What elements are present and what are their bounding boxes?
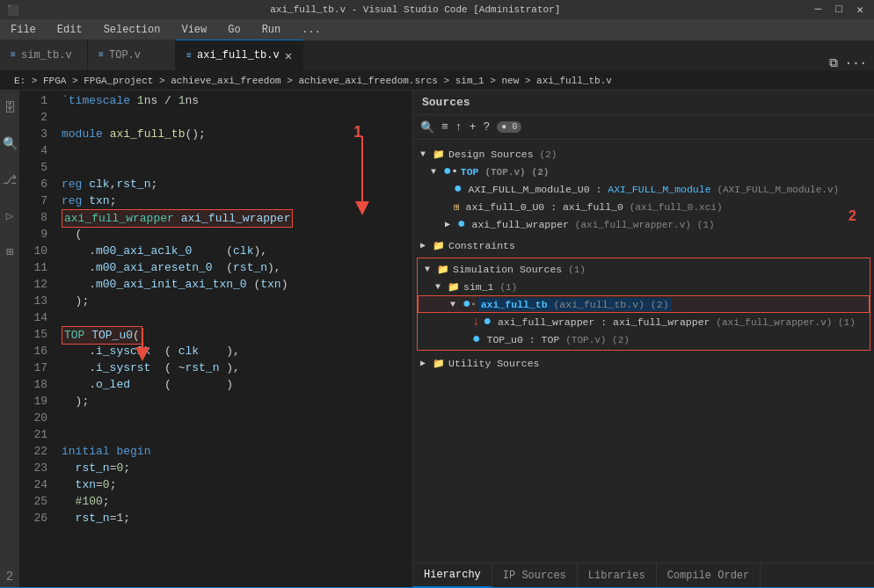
extensions-icon[interactable]: ⊞ <box>3 241 17 263</box>
tab-icon-sim-tb: ≡ <box>11 50 16 60</box>
constraints-label: Constraints <box>448 240 515 251</box>
code-line-24: txn=0; <box>62 476 412 493</box>
menu-go[interactable]: Go <box>224 22 244 38</box>
code-line-25: #100; <box>62 493 412 510</box>
code-line-22: initial begin <box>62 443 412 460</box>
sources-up-icon[interactable]: ↑ <box>455 120 462 134</box>
code-line-16: .i_sysclk ( clk ), <box>62 343 412 359</box>
annotation-2: 2 <box>849 208 856 224</box>
axi-full-wrapper-sim-dot: ● <box>483 315 492 329</box>
sources-badge: ● 0 <box>497 121 521 133</box>
breadcrumb: E: > FPGA > FPGA_project > achieve_axi_f… <box>0 71 874 91</box>
line-numbers: 12345 678910 1112131415 1617181920 21222… <box>19 91 55 587</box>
tab-bar: ≡ sim_tb.v ≡ TOP.v ≡ axi_full_tb.v ✕ ⧉ ·… <box>0 40 874 71</box>
code-line-14 <box>62 309 412 326</box>
sources-toolbar: 🔍 ≡ ↑ + ? ● 0 <box>413 115 874 140</box>
axi-full-tb-row[interactable]: ▼ ● ▪ axi_full_tb (axi_full_tb.v) (2) <box>418 295 870 313</box>
utility-sources-section: ▶ 📁 Utility Sources <box>413 352 874 374</box>
simulation-sources-section: ▼ 📁 Simulation Sources (1) ▼ 📁 sim_1 (1) <box>418 258 870 350</box>
axi-full-0-icon: ⊞ <box>454 201 460 213</box>
code-line-15: TOP TOP_u0( <box>62 326 412 343</box>
split-editor-icon[interactable]: ⧉ <box>829 56 838 70</box>
sources-tree: ▼ 📁 Design Sources (2) ▼ ● ▪ TOP (TOP.v)… <box>413 140 874 563</box>
utility-sources-label: Utility Sources <box>448 358 540 369</box>
tab-ip-sources[interactable]: IP Sources <box>492 563 578 588</box>
code-line-9: ( <box>62 226 412 243</box>
more-actions-icon[interactable]: ··· <box>845 56 867 70</box>
maximize-button[interactable]: □ <box>832 3 846 17</box>
badge-2: 2 <box>3 566 17 587</box>
title-bar-left: ⬛ <box>7 4 19 16</box>
sources-help-icon[interactable]: ? <box>483 120 490 134</box>
close-button[interactable]: ✕ <box>853 3 867 17</box>
top-u0-label: TOP_u0 : TOP (TOP.v) (2) <box>481 334 630 345</box>
sim1-folder-icon: 📁 <box>448 281 460 293</box>
sim1-row[interactable]: ▼ 📁 sim_1 (1) <box>418 278 870 295</box>
design-sources-section: ▼ 📁 Design Sources (2) ▼ ● ▪ TOP (TOP.v)… <box>413 143 874 235</box>
red-box-line15: TOP TOP_u0( <box>62 326 142 345</box>
menu-file[interactable]: File <box>7 22 40 38</box>
top-u0-row[interactable]: ● TOP_u0 : TOP (TOP.v) (2) <box>418 330 870 348</box>
tab-compile-order[interactable]: Compile Order <box>657 563 761 588</box>
axi-full-wrapper-design-arrow: ▶ <box>445 219 454 229</box>
title-bar: ⬛ axi_full_tb.v - Visual Studio Code [Ad… <box>0 0 874 19</box>
menu-selection[interactable]: Selection <box>100 22 164 38</box>
activity-bar: 🗄 🔍 ⎇ ▷ ⊞ 2 <box>0 91 19 587</box>
sources-add-icon[interactable]: + <box>470 120 477 134</box>
minimize-button[interactable]: ─ <box>812 3 826 17</box>
constraints-arrow: ▶ <box>420 240 429 250</box>
axi-full-tb-arrow: ▼ <box>450 300 459 309</box>
menu-edit[interactable]: Edit <box>54 22 86 38</box>
sources-search-icon[interactable]: 🔍 <box>420 120 434 134</box>
utility-sources-folder-icon: 📁 <box>433 358 445 369</box>
top-label: TOP (TOP.v) (2) <box>461 166 550 178</box>
menu-more[interactable]: ... <box>298 22 324 38</box>
axi-full-wrapper-design-row[interactable]: ▶ ● axi_full_wrapper (axi_full_wrapper.v… <box>413 215 874 233</box>
axi-full-wrapper-design-dot: ● <box>457 217 466 231</box>
annotation-1: 1 <box>353 124 362 141</box>
sources-filter-icon[interactable]: ≡ <box>441 120 448 134</box>
design-sources-label: Design Sources (2) <box>448 149 557 160</box>
axi-full-m-label: AXI_FULL_M_module_U0 : AXI_FULL_M_module… <box>462 184 840 195</box>
top-row[interactable]: ▼ ● ▪ TOP (TOP.v) (2) <box>413 163 874 180</box>
code-line-21 <box>62 426 412 443</box>
constraints-row[interactable]: ▶ 📁 Constraints <box>413 236 874 254</box>
code-line-19: ); <box>62 393 412 410</box>
explorer-icon[interactable]: 🗄 <box>0 98 19 119</box>
tab-top[interactable]: ≡ TOP.v <box>88 40 176 70</box>
tab-icon-top: ≡ <box>98 50 104 60</box>
tab-libraries[interactable]: Libraries <box>578 563 657 588</box>
utility-sources-row[interactable]: ▶ 📁 Utility Sources <box>413 354 874 372</box>
axi-full-wrapper-sim-label: axi_full_wrapper : axi_full_wrapper (axi… <box>492 316 856 328</box>
breadcrumb-text: E: > FPGA > FPGA_project > achieve_axi_f… <box>14 76 612 86</box>
axi-full-0-label: axi_full_0_U0 : axi_full_0 (axi_full_0.x… <box>460 201 723 213</box>
axi-full-wrapper-sim-row[interactable]: ↓ ● axi_full_wrapper : axi_full_wrapper … <box>418 313 870 330</box>
sources-bottom-tabs: Hierarchy IP Sources Libraries Compile O… <box>413 563 874 587</box>
simulation-sources-row[interactable]: ▼ 📁 Simulation Sources (1) <box>418 260 870 278</box>
scm-icon[interactable]: ⎇ <box>0 169 20 191</box>
red-down-arrow-icon: ↓ <box>472 315 479 329</box>
tab-axi-full-tb[interactable]: ≡ axi_full_tb.v ✕ <box>176 40 303 70</box>
constraints-folder-icon: 📁 <box>433 240 445 251</box>
design-sources-row[interactable]: ▼ 📁 Design Sources (2) <box>413 145 874 163</box>
title-bar-title: axi_full_tb.v - Visual Studio Code [Admi… <box>19 4 812 15</box>
design-sources-folder-icon: 📁 <box>433 149 445 160</box>
debug-icon[interactable]: ▷ <box>3 205 17 227</box>
axi-full-m-row[interactable]: ● AXI_FULL_M_module_U0 : AXI_FULL_M_modu… <box>413 180 874 198</box>
axi-full-0-row[interactable]: ⊞ axi_full_0_U0 : axi_full_0 (axi_full_0… <box>413 198 874 215</box>
simulation-sources-folder-icon: 📁 <box>437 264 449 275</box>
main-layout: 🗄 🔍 ⎇ ▷ ⊞ 2 12345 678910 1112131415 1617… <box>0 91 874 587</box>
axi-full-tb-label: axi_full_tb (axi_full_tb.v) (2) <box>478 298 672 311</box>
simulation-sources-label: Simulation Sources (1) <box>453 264 586 275</box>
top-sub-icon: ▪ <box>452 165 458 178</box>
tab-icon-axi: ≡ <box>186 51 192 61</box>
tab-sim-tb[interactable]: ≡ sim_tb.v <box>0 40 88 70</box>
tab-close-axi[interactable]: ✕ <box>285 48 292 63</box>
menu-view[interactable]: View <box>178 22 210 38</box>
axi-full-m-dot: ● <box>454 182 462 196</box>
code-line-4 <box>62 142 412 159</box>
code-line-17: .i_sysrst ( ~rst_n ), <box>62 359 412 376</box>
tab-hierarchy[interactable]: Hierarchy <box>413 563 492 588</box>
menu-run[interactable]: Run <box>259 22 285 38</box>
search-icon[interactable]: 🔍 <box>0 133 21 155</box>
